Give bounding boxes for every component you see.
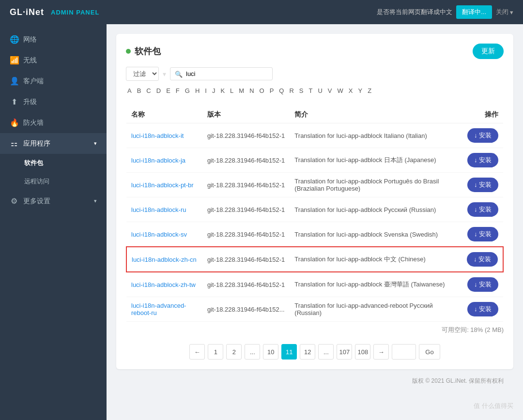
alpha-e[interactable]: E xyxy=(165,87,172,95)
package-name-link[interactable]: luci-i18n-adblock-ja xyxy=(131,157,185,164)
package-version: git-18.228.31946-f64b152... xyxy=(202,297,290,322)
sidebar-item-firewall[interactable]: 🔥 防火墙 xyxy=(0,112,107,133)
alpha-x[interactable]: X xyxy=(347,87,354,95)
package-desc: Translation for luci-app-adblock 日本語 (Ja… xyxy=(290,148,462,173)
package-name-link[interactable]: luci-i18n-adblock-pt-br xyxy=(131,181,194,189)
chevron-down-icon: ▾ xyxy=(94,140,97,147)
admin-panel-label: ADMIN PANEL xyxy=(51,9,99,16)
package-name-link[interactable]: luci-i18n-advanced-reboot-ru xyxy=(131,302,186,316)
alpha-f[interactable]: F xyxy=(174,87,181,95)
package-name-link[interactable]: luci-i18n-adblock-it xyxy=(131,132,184,139)
alpha-s[interactable]: S xyxy=(298,87,305,95)
package-desc: Translation for luci-app-adblock Русский… xyxy=(290,197,462,222)
translate-button[interactable]: 翻译中... xyxy=(456,5,492,19)
install-button[interactable]: ↓ 安装 xyxy=(467,252,498,267)
package-name-link[interactable]: luci-i18n-adblock-zh-tw xyxy=(131,281,196,288)
table-row: luci-i18n-advanced-reboot-ru git-18.228.… xyxy=(126,297,503,322)
package-desc: Translation for luci-app-adblock Italian… xyxy=(290,123,462,148)
page-1-button[interactable]: 1 xyxy=(208,344,223,360)
next-page-button[interactable]: → xyxy=(373,344,389,360)
settings-icon: ⚙ xyxy=(10,196,18,206)
install-button[interactable]: ↓ 安装 xyxy=(467,153,498,167)
sidebar-sub-item-packages[interactable]: 软件包 xyxy=(0,154,107,172)
alpha-u[interactable]: U xyxy=(316,87,323,95)
sidebar-sub-label: 远程访问 xyxy=(24,177,49,186)
install-button[interactable]: ↓ 安装 xyxy=(467,302,498,316)
page-ellipsis-2: ... xyxy=(318,344,334,360)
col-desc: 简介 xyxy=(290,106,462,123)
sidebar-sub-item-remote[interactable]: 远程访问 xyxy=(0,172,107,191)
install-button[interactable]: ↓ 安装 xyxy=(467,227,498,241)
alpha-t[interactable]: T xyxy=(308,87,314,95)
upgrade-icon: ⬆ xyxy=(10,97,18,106)
logo-text: GL·iNet xyxy=(10,7,44,17)
alpha-a[interactable]: A xyxy=(126,87,133,95)
layout: 🌐 网络 📶 无线 👤 客户端 ⬆ 升级 🔥 防火墙 ⚏ 应用程序 ▾ 软件包 … xyxy=(0,24,523,420)
search-icon: 🔍 xyxy=(175,70,183,77)
sidebar-item-label: 更多设置 xyxy=(23,197,50,206)
sidebar-sub-label: 软件包 xyxy=(24,159,43,167)
page-11-button[interactable]: 11 xyxy=(281,344,297,360)
alpha-d[interactable]: D xyxy=(155,87,162,95)
page-12-button[interactable]: 12 xyxy=(300,344,315,360)
search-input[interactable] xyxy=(170,67,273,80)
alpha-m[interactable]: M xyxy=(237,87,246,95)
alpha-k[interactable]: K xyxy=(219,87,226,95)
col-action: 操作 xyxy=(462,106,503,123)
install-button[interactable]: ↓ 安装 xyxy=(467,277,498,292)
sidebar-item-label: 防火墙 xyxy=(23,119,44,127)
sidebar-item-upgrade[interactable]: ⬆ 升级 xyxy=(0,91,107,112)
alpha-h[interactable]: H xyxy=(194,87,201,95)
sidebar-item-more[interactable]: ⚙ 更多设置 ▾ xyxy=(0,191,107,211)
sidebar-item-label: 网络 xyxy=(23,35,37,44)
alpha-l[interactable]: L xyxy=(229,87,235,95)
watermark: 值 什么值得买 xyxy=(474,402,513,410)
firewall-icon: 🔥 xyxy=(10,118,18,127)
package-version: git-18.228.31946-f64b152-1 xyxy=(202,148,290,173)
page-107-button[interactable]: 107 xyxy=(337,344,352,360)
alpha-r[interactable]: R xyxy=(288,87,295,95)
install-button[interactable]: ↓ 安装 xyxy=(467,178,498,192)
alpha-i[interactable]: I xyxy=(203,87,208,95)
page-2-button[interactable]: 2 xyxy=(226,344,242,360)
alpha-q[interactable]: Q xyxy=(277,87,285,95)
install-button[interactable]: ↓ 安装 xyxy=(467,128,498,143)
table-row: luci-i18n-adblock-pt-br git-18.228.31946… xyxy=(126,173,503,197)
alpha-n[interactable]: N xyxy=(248,87,255,95)
page-108-button[interactable]: 108 xyxy=(355,344,370,360)
sidebar-item-wireless[interactable]: 📶 无线 xyxy=(0,50,107,71)
topbar: GL·iNet ADMIN PANEL 是否将当前网页翻译成中文 翻译中... … xyxy=(0,0,523,24)
package-desc: Translation for luci-app-adblock 臺灣華語 (T… xyxy=(290,272,462,297)
watermark-text: 值 什么值得买 xyxy=(474,402,513,410)
filter-select[interactable]: 过滤 xyxy=(126,67,159,81)
sidebar-item-apps[interactable]: ⚏ 应用程序 ▾ xyxy=(0,133,107,154)
page-10-button[interactable]: 10 xyxy=(263,344,278,360)
prev-page-button[interactable]: ← xyxy=(189,344,205,360)
install-button[interactable]: ↓ 安装 xyxy=(467,202,498,217)
alpha-c[interactable]: C xyxy=(145,87,152,95)
space-info: 可用空间: 18% (2 MB) xyxy=(126,326,504,334)
package-name-link[interactable]: luci-i18n-adblock-ru xyxy=(131,206,186,213)
update-button[interactable]: 更新 xyxy=(473,44,504,59)
package-name-link[interactable]: luci-i18n-adblock-sv xyxy=(131,231,187,238)
status-indicator xyxy=(126,49,131,54)
package-name-link[interactable]: luci-i18n-adblock-zh-cn xyxy=(132,256,197,263)
page-jump-input[interactable] xyxy=(392,344,416,360)
col-version: 版本 xyxy=(202,106,290,123)
package-desc: Translation for luci-app-adblock Portugu… xyxy=(290,173,462,197)
alpha-z[interactable]: Z xyxy=(366,87,373,95)
alpha-w[interactable]: W xyxy=(336,87,345,95)
close-button[interactable]: 关闭 ▾ xyxy=(496,8,513,16)
page-go-button[interactable]: Go xyxy=(419,344,440,360)
search-wrapper: 🔍 xyxy=(170,67,504,80)
sidebar: 🌐 网络 📶 无线 👤 客户端 ⬆ 升级 🔥 防火墙 ⚏ 应用程序 ▾ 软件包 … xyxy=(0,24,107,420)
alpha-j[interactable]: J xyxy=(211,87,217,95)
alpha-o[interactable]: O xyxy=(258,87,266,95)
sidebar-item-clients[interactable]: 👤 客户端 xyxy=(0,71,107,91)
alpha-y[interactable]: Y xyxy=(356,87,364,95)
alpha-g[interactable]: G xyxy=(184,87,191,95)
alpha-b[interactable]: B xyxy=(136,87,143,95)
alpha-p[interactable]: P xyxy=(268,87,276,95)
alpha-v[interactable]: V xyxy=(326,87,334,95)
sidebar-item-network[interactable]: 🌐 网络 xyxy=(0,29,107,50)
